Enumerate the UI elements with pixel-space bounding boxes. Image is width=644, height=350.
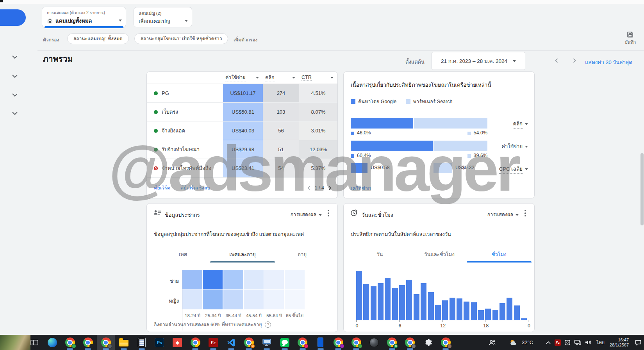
negative-keywords-link[interactable]: คีย์เวิร์ดเชิงลบ bbox=[180, 184, 210, 192]
network-metric-dropdown[interactable]: ค่าใช้จ่าย bbox=[501, 142, 528, 151]
date-prev-button[interactable] bbox=[551, 55, 562, 66]
rail-chevron-down-icon[interactable] bbox=[11, 111, 20, 116]
taskbar-icon-chrome-purple[interactable] bbox=[330, 335, 348, 350]
heatmap-cell[interactable] bbox=[285, 290, 305, 309]
keywords-link[interactable]: คีย์เวิร์ด bbox=[154, 184, 170, 192]
taskbar-icon-phone-link[interactable] bbox=[312, 335, 330, 350]
hour-bar[interactable] bbox=[464, 302, 469, 320]
column-header-ctr[interactable]: CTR bbox=[299, 72, 337, 84]
hour-bar[interactable] bbox=[406, 280, 412, 320]
campaign-name-cell[interactable]: รับจ้างทำโฆษณา bbox=[147, 140, 223, 159]
hour-bar[interactable] bbox=[421, 283, 426, 320]
clock[interactable]: 16:47 28/1/2567 bbox=[610, 338, 629, 348]
campaign-name-cell[interactable]: จ้างยิงแอด bbox=[147, 121, 223, 140]
people-icon[interactable] bbox=[488, 339, 496, 346]
hour-bar[interactable] bbox=[435, 305, 441, 320]
hour-bar[interactable] bbox=[385, 278, 391, 320]
tab-2[interactable]: อายุ bbox=[272, 247, 332, 262]
hour-bar[interactable] bbox=[514, 305, 520, 320]
network-link[interactable]: เครือข่าย bbox=[351, 184, 371, 193]
heatmap-cell[interactable] bbox=[264, 290, 284, 309]
heatmap-cell[interactable] bbox=[203, 290, 223, 309]
weather-icon[interactable] bbox=[509, 339, 518, 346]
taskbar-icon-photoshop[interactable]: Ps bbox=[151, 335, 169, 350]
campaign-name-cell[interactable]: PG bbox=[147, 84, 223, 102]
column-header-cost[interactable]: ค่าใช้จ่าย bbox=[223, 72, 263, 84]
hour-bar[interactable] bbox=[457, 298, 462, 320]
hour-bar[interactable] bbox=[399, 285, 405, 320]
taskbar-icon-remote-desktop[interactable] bbox=[258, 335, 276, 350]
rail-chevron-down-icon[interactable] bbox=[11, 55, 20, 60]
network-icon[interactable] bbox=[574, 339, 581, 345]
tab-1[interactable]: วันและชั่วโมง bbox=[410, 247, 469, 262]
heatmap-cell[interactable] bbox=[223, 270, 243, 289]
taskbar-icon-chrome-pink[interactable] bbox=[294, 335, 312, 350]
filezilla-tray-icon[interactable]: Fz bbox=[555, 339, 561, 346]
taskbar-icon-chrome-n-green[interactable]: N bbox=[383, 335, 401, 350]
pager-prev-icon[interactable] bbox=[307, 186, 311, 190]
hour-bar[interactable] bbox=[492, 310, 498, 320]
hour-bar[interactable] bbox=[428, 292, 434, 320]
taskbar-icon-chrome-orange-n[interactable]: N bbox=[240, 335, 258, 350]
taskbar-icon-filezilla[interactable]: Fz bbox=[204, 335, 222, 350]
taskbar-icon-red-diamond-app[interactable]: ◆ bbox=[168, 335, 186, 350]
weather-temp[interactable]: 32°C bbox=[522, 339, 533, 345]
taskbar-icon-chrome-profile-dark[interactable] bbox=[79, 335, 97, 350]
campaign-name-cell[interactable]: เว็บตรง bbox=[147, 103, 223, 121]
taskbar-icon-chrome-current[interactable] bbox=[97, 335, 115, 350]
date-next-button[interactable] bbox=[569, 55, 580, 66]
tab-0[interactable]: วัน bbox=[350, 247, 410, 262]
taskbar-icon-chrome-last[interactable] bbox=[437, 335, 455, 350]
date-range-dropdown[interactable]: 21 ก.ค. 2023 – 28 ม.ค. 2024 bbox=[432, 52, 525, 70]
hour-bar[interactable] bbox=[478, 310, 484, 320]
notification-center-icon[interactable] bbox=[635, 339, 642, 346]
taskbar-icon-file-explorer[interactable] bbox=[115, 335, 133, 350]
hour-bar[interactable] bbox=[356, 271, 362, 320]
tray-app-icon[interactable] bbox=[564, 339, 571, 346]
heatmap-cell[interactable] bbox=[244, 270, 264, 289]
taskbar-icon-task-view[interactable] bbox=[25, 335, 43, 350]
hour-bar[interactable] bbox=[471, 302, 477, 320]
hour-bar[interactable] bbox=[507, 298, 512, 320]
show-last-30-days-link[interactable]: แสดงค่า 30 วันล่าสุด bbox=[585, 58, 632, 66]
hour-bar[interactable] bbox=[363, 284, 369, 320]
campaign-selector-dropdown[interactable]: แคมเปญ (2) เลือกแคมเปญ bbox=[134, 7, 192, 27]
add-filter-button[interactable]: เพิ่มตัวกรอง bbox=[234, 36, 257, 43]
network-metric-dropdown[interactable]: CPC เฉลี่ย bbox=[499, 165, 528, 174]
hour-bar[interactable] bbox=[442, 300, 448, 320]
tab-1[interactable]: เพศและอายุ bbox=[213, 247, 273, 262]
taskbar-icon-chrome-green[interactable] bbox=[347, 335, 365, 350]
heatmap-cell[interactable] bbox=[182, 270, 202, 289]
taskbar-icon-dark-sphere-app[interactable] bbox=[365, 335, 383, 350]
more-options-icon[interactable] bbox=[325, 209, 332, 218]
filter-chip[interactable]: สถานะกลุ่มโฆษณา: เปิดใช้ หยุดชั่วคราว bbox=[134, 33, 228, 44]
day-hour-display-dropdown[interactable]: การแสดงผล bbox=[487, 211, 519, 219]
heatmap-cell[interactable] bbox=[203, 270, 223, 289]
hour-bar[interactable] bbox=[371, 286, 376, 320]
save-button[interactable]: บันทึก bbox=[622, 30, 639, 46]
language-indicator[interactable]: ไทย bbox=[595, 339, 606, 346]
rail-chevron-down-icon[interactable] bbox=[11, 74, 20, 79]
tray-expand-icon[interactable] bbox=[546, 341, 551, 345]
heatmap-cell[interactable] bbox=[244, 290, 264, 309]
hour-bar[interactable] bbox=[450, 298, 455, 320]
taskbar-icon-vscode[interactable] bbox=[222, 335, 240, 350]
heatmap-cell[interactable] bbox=[223, 290, 243, 309]
tab-0[interactable]: เพศ bbox=[153, 247, 213, 262]
pager-next-icon[interactable] bbox=[328, 186, 332, 190]
heatmap-cell[interactable] bbox=[264, 270, 284, 289]
scrollbar-thumb[interactable] bbox=[640, 153, 644, 225]
taskbar-icon-chrome-profile-green[interactable] bbox=[61, 335, 79, 350]
view-selector-dropdown[interactable]: การแสดงผล (ตัวกรอง 2 รายการ) แคมเปญทั้งห… bbox=[42, 7, 126, 27]
taskbar-icon-edge[interactable] bbox=[43, 335, 61, 350]
hour-bar[interactable] bbox=[392, 288, 398, 320]
more-options-icon[interactable] bbox=[522, 209, 529, 218]
taskbar-icon-notepad[interactable] bbox=[133, 335, 151, 350]
heatmap-cell[interactable] bbox=[182, 290, 202, 309]
campaign-name-cell[interactable]: จำหน่ายโทรศัพท์มือถือ bbox=[147, 159, 223, 177]
volume-icon[interactable] bbox=[585, 339, 591, 345]
hour-bar[interactable] bbox=[485, 309, 491, 320]
rail-chevron-down-icon[interactable] bbox=[11, 93, 20, 98]
taskbar-icon-settings[interactable] bbox=[419, 335, 437, 350]
taskbar-icon-chrome-plain[interactable] bbox=[186, 335, 204, 350]
